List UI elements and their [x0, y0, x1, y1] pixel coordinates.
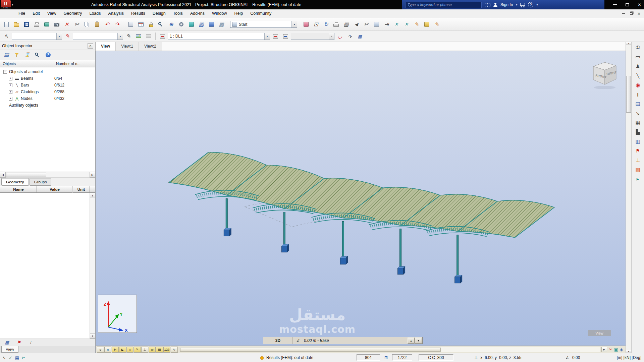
load-case-combo[interactable]: 1 : DL1 ▾ [168, 33, 270, 40]
display-style-icon[interactable] [301, 20, 311, 29]
view-mode-button[interactable]: 3D [263, 337, 293, 344]
ibeam-icon[interactable]: I [633, 90, 643, 99]
redo-icon[interactable]: ↷ [112, 20, 122, 29]
material-icon[interactable]: ▨ [633, 165, 643, 174]
scrollbar-thumb[interactable] [180, 348, 441, 352]
toggle-section-symbol[interactable]: ⌀ [97, 347, 104, 353]
results-status-text[interactable]: Results (FEM): out of date [266, 355, 313, 360]
frame-icon[interactable]: ▥ [633, 137, 643, 146]
expander-icon[interactable]: + [9, 97, 12, 101]
find-icon[interactable] [33, 51, 42, 59]
lock-icon[interactable] [146, 20, 156, 29]
cursor-mode-icon[interactable]: ↖ [2, 356, 6, 360]
copy-icon[interactable] [82, 20, 92, 29]
mdi-close-button[interactable]: ✕ [637, 12, 641, 16]
node-selection-combo[interactable]: ▾ [12, 33, 62, 40]
undo-icon[interactable]: ↶ [102, 20, 112, 29]
new-window-icon[interactable] [372, 20, 381, 29]
menu-item[interactable]: Add-Ins [186, 9, 208, 18]
mdi-minimize-button[interactable] [622, 13, 625, 14]
load-table-icon[interactable] [281, 32, 290, 41]
view-image-icon[interactable] [134, 32, 143, 41]
toggle-roof[interactable]: ⌂ [126, 347, 133, 353]
menu-item[interactable]: Analysis [105, 9, 128, 18]
sketch-icon[interactable]: ✎ [432, 20, 441, 29]
filter-icon[interactable] [12, 51, 21, 59]
clip-planes-icon[interactable]: ✂ [362, 20, 371, 29]
section-definition-icon[interactable] [126, 20, 136, 29]
annotation-icon[interactable]: ✎ [124, 32, 133, 41]
person-display-icon[interactable]: ♟ [633, 62, 643, 71]
new-document-icon[interactable] [2, 20, 11, 29]
print-icon[interactable] [32, 20, 41, 29]
snap-grid-icon[interactable]: ✕ [402, 20, 411, 29]
render-icon[interactable] [186, 20, 196, 29]
offset-icon[interactable]: ↘ [633, 109, 643, 118]
tree-item-claddings[interactable]: + ▱ Claddings 0/288 [0, 88, 95, 95]
viewport-tab[interactable]: View [96, 42, 116, 51]
logo-caret-icon[interactable]: ▾ [12, 3, 13, 6]
menu-item[interactable]: Help [230, 9, 247, 18]
toggle-panels[interactable]: ▭ [149, 347, 156, 353]
menu-item[interactable]: Edit [29, 9, 44, 18]
paste-icon[interactable] [92, 20, 102, 29]
screen-capture-icon[interactable] [52, 20, 61, 29]
numbering-icon[interactable]: ① [633, 43, 643, 52]
search-input[interactable] [405, 2, 482, 8]
viewport-tab[interactable]: View:2 [139, 42, 162, 51]
viewport-tab[interactable]: View:1 [116, 42, 139, 51]
inspector-tab[interactable]: Groups [30, 178, 52, 186]
sign-in-button[interactable]: Sign In [500, 2, 513, 7]
scroll-right-icon[interactable]: ▶ [90, 172, 95, 178]
open-icon[interactable] [12, 20, 21, 29]
mini-table-icon[interactable]: ▦ [2, 338, 12, 347]
level-up-icon[interactable]: ▲ [408, 338, 415, 344]
grid-icon[interactable]: ▦ [633, 118, 643, 127]
view-cube[interactable]: FRONT RIGHT [587, 60, 621, 90]
toggle-bar-numbers[interactable]: H [112, 347, 119, 353]
scrollbar-track[interactable] [90, 198, 95, 333]
menu-item[interactable]: Loads [86, 9, 104, 18]
maximize-button[interactable] [626, 3, 629, 6]
cart-icon[interactable] [520, 3, 525, 6]
diagram-icon[interactable]: ▥ [197, 20, 206, 29]
zoom-icon[interactable]: ⊕ [166, 20, 176, 29]
combo-caret-icon[interactable]: ▾ [56, 33, 62, 40]
view-overlay-button[interactable]: View [588, 330, 611, 336]
table-header-cell[interactable]: Value [37, 186, 72, 193]
overlay-clip-icon[interactable]: ✂ [609, 347, 612, 352]
toggle-slope[interactable]: ◣ [119, 347, 126, 353]
app-logo[interactable]: R PRO [1, 0, 11, 9]
scrollbar-thumb[interactable] [6, 173, 46, 177]
toggle-deformation[interactable]: ∿ [171, 347, 178, 353]
expander-icon[interactable]: − [3, 70, 7, 74]
zoom-window-icon[interactable]: ⊡ [311, 20, 321, 29]
menu-item[interactable]: Design [149, 9, 169, 18]
binoculars-search-icon[interactable] [485, 3, 490, 7]
load-types-icon[interactable] [158, 32, 167, 41]
scrollbar-track[interactable] [626, 45, 631, 350]
draw-icon[interactable]: ✎ [412, 20, 421, 29]
menu-item[interactable]: Community [247, 9, 275, 18]
tree-item-beams[interactable]: + ▬ Beams 0/64 [0, 75, 95, 82]
layout-selector-combo[interactable]: Start ▾ [230, 21, 297, 28]
door-icon[interactable] [422, 20, 431, 29]
toggle-supports[interactable]: ⊥ [141, 347, 148, 353]
menu-item[interactable]: View [44, 9, 60, 18]
tools-icon[interactable] [207, 20, 216, 29]
minimize-button[interactable] [613, 4, 617, 5]
load-definition-icon[interactable] [271, 32, 280, 41]
inspector-horizontal-scrollbar[interactable]: ◀ ▶ [0, 172, 95, 178]
number-column-header[interactable]: Number of o... [54, 62, 95, 66]
node-numbers-icon[interactable]: ✎ [63, 32, 72, 41]
hourglass-icon[interactable]: ⌛ [22, 51, 32, 59]
overlay-box-icon[interactable]: ▣ [614, 347, 618, 352]
expander-icon[interactable]: + [9, 90, 12, 94]
menu-item[interactable]: Results [127, 9, 149, 18]
mdi-restore-button[interactable] [630, 12, 633, 15]
scrollbar-thumb[interactable] [626, 76, 631, 113]
viewport-horizontal-scrollbar[interactable] [179, 347, 600, 352]
mini-flag-icon[interactable]: ⚑ [14, 338, 23, 347]
exit-frame-icon[interactable]: ⇥ [382, 20, 391, 29]
toggle-sketch[interactable]: ✎ [134, 347, 141, 353]
